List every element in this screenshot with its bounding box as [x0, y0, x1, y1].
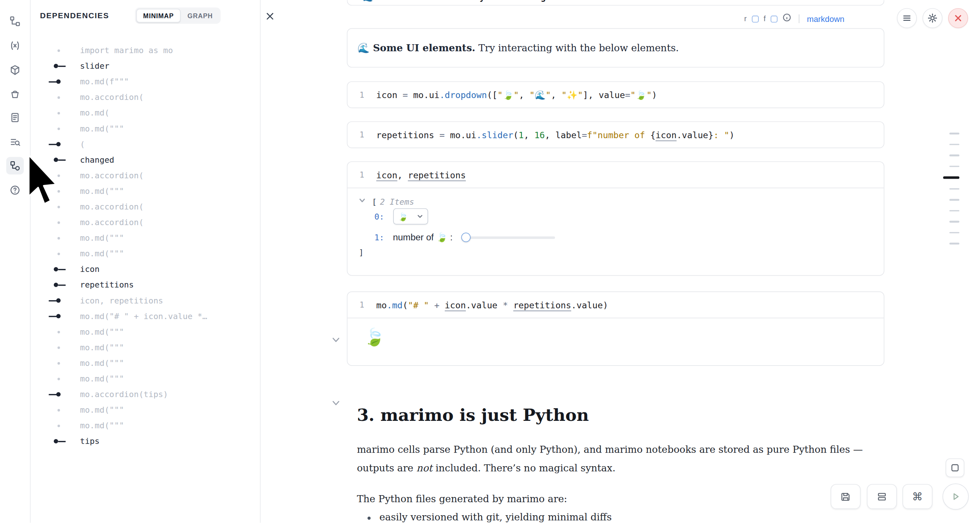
- leaf-output: 🍃: [347, 318, 884, 347]
- checkbox-r[interactable]: [752, 15, 759, 22]
- code-line[interactable]: icon = mo.ui.dropdown(["🍃", "🌊", "✨"], v…: [376, 90, 657, 100]
- close-icon[interactable]: [265, 11, 276, 22]
- dependency-label: mo.md(""": [80, 124, 124, 133]
- toolbar-divider: [799, 14, 800, 23]
- dependency-row[interactable]: mo.md(""": [30, 324, 259, 340]
- minimap-cell-line[interactable]: [949, 221, 959, 222]
- rows-icon: [877, 491, 887, 501]
- shutdown-button[interactable]: [948, 8, 968, 28]
- tree-collapse-icon[interactable]: [359, 196, 369, 207]
- dependency-row[interactable]: icon: [30, 262, 259, 277]
- minimap-cell-line[interactable]: [949, 199, 959, 200]
- dependency-row[interactable]: mo.accordion(tips): [30, 387, 259, 402]
- code-cell-md[interactable]: 1 mo.md("# " + icon.value * repetitions.…: [347, 292, 884, 366]
- dependency-row[interactable]: mo.accordion(: [30, 167, 259, 183]
- dependency-row[interactable]: mo.md(""": [30, 355, 259, 371]
- panel-toggle-button[interactable]: [945, 458, 964, 477]
- layout-button[interactable]: [867, 484, 897, 509]
- dependency-row[interactable]: mo.md(""": [30, 402, 259, 418]
- dependency-row[interactable]: mo.md(: [30, 105, 259, 121]
- dependency-row[interactable]: mo.accordion(: [30, 89, 259, 105]
- save-icon: [841, 491, 851, 501]
- dependencies-icon[interactable]: [6, 157, 24, 175]
- code-cell-slider[interactable]: 1 repetitions = mo.ui.slider(1, 16, labe…: [347, 121, 884, 148]
- menu-button[interactable]: [897, 8, 917, 28]
- checkbox-f[interactable]: [771, 15, 778, 22]
- dependency-row[interactable]: mo.md(""": [30, 246, 259, 262]
- clipped-markdown-editor[interactable]: 🌊 Some UI elements. Try interacting with…: [347, 0, 884, 6]
- save-button[interactable]: [831, 484, 861, 509]
- scratchpad-icon[interactable]: [6, 109, 24, 126]
- minimap-cell-line[interactable]: [949, 155, 959, 156]
- code-cell-dropdown[interactable]: 1 icon = mo.ui.dropdown(["🍃", "🌊", "✨"],…: [347, 81, 884, 108]
- cell-collapse-icon[interactable]: [331, 335, 341, 345]
- slider-label: number of 🍃 :: [393, 232, 452, 243]
- run-all-button[interactable]: [942, 483, 969, 510]
- dependency-row[interactable]: mo.md(""": [30, 121, 259, 136]
- info-icon[interactable]: [783, 13, 791, 24]
- tab-graph[interactable]: GRAPH: [181, 9, 220, 23]
- minimap-cell-line[interactable]: [949, 232, 959, 233]
- minimap-cell-line[interactable]: [949, 132, 959, 134]
- dependency-row[interactable]: tips: [30, 434, 259, 449]
- repetitions-slider[interactable]: [461, 232, 555, 242]
- dependency-label: mo.md(""": [80, 359, 124, 368]
- command-icon: ⌘: [912, 490, 923, 503]
- dependency-row[interactable]: mo.md(""": [30, 230, 259, 246]
- logs-icon[interactable]: [6, 133, 24, 151]
- code-line[interactable]: icon, repetitions: [376, 170, 466, 180]
- settings-button[interactable]: [923, 8, 942, 28]
- tree-output: [ 2 Items 0: 🍃 1: number of 🍃 : ]: [347, 188, 884, 275]
- dependency-label: mo.md(""": [80, 233, 124, 242]
- minimap-cell-line[interactable]: [943, 177, 959, 179]
- dependency-row[interactable]: changed: [30, 152, 259, 167]
- dependency-row[interactable]: slider: [30, 58, 259, 74]
- section-collapse-icon[interactable]: [331, 398, 341, 408]
- hamburger-icon: [902, 14, 911, 23]
- markdown-output-cell: 🌊 Some UI elements. Try interacting with…: [347, 28, 884, 68]
- dependency-label: changed: [80, 155, 115, 164]
- cell-toolbar: r f markdown: [347, 11, 884, 26]
- variables-icon[interactable]: [6, 37, 24, 54]
- tree-close-bracket: ]: [359, 248, 363, 257]
- dependency-label: import marimo as mo: [80, 46, 173, 55]
- output-rest-text: Try interacting with the below elements.: [475, 42, 679, 54]
- keyboard-shortcuts-button[interactable]: ⌘: [902, 484, 932, 509]
- minimap-cell-line[interactable]: [949, 144, 959, 145]
- minimap-cell-line[interactable]: [949, 242, 959, 244]
- dependency-label: mo.md(""": [80, 343, 124, 352]
- section-heading: 3. marimo is just Python: [357, 406, 589, 425]
- cell-mode-label[interactable]: markdown: [807, 14, 845, 23]
- dependency-row[interactable]: mo.md(""": [30, 340, 259, 355]
- dependency-row[interactable]: mo.md(""": [30, 418, 259, 434]
- dependency-label: mo.accordion(tips): [80, 390, 168, 399]
- dependency-row[interactable]: mo.md(""": [30, 371, 259, 386]
- dependency-label: icon: [80, 265, 100, 274]
- data-sources-icon[interactable]: [6, 85, 24, 102]
- dependency-row[interactable]: import marimo as mo: [30, 42, 259, 58]
- code-line[interactable]: repetitions = mo.ui.slider(1, 16, label=…: [376, 130, 735, 140]
- minimap-cell-line[interactable]: [949, 188, 959, 190]
- slider-knob[interactable]: [461, 232, 471, 241]
- minimap-cell-line[interactable]: [949, 210, 959, 211]
- dependency-label: mo.accordion(: [80, 171, 144, 180]
- dependency-label: mo.md(""": [80, 327, 124, 336]
- code-cell-tuple[interactable]: 1 icon, repetitions [ 2 Items 0: 🍃 1: nu: [347, 161, 884, 276]
- dependency-row[interactable]: mo.md(f""": [30, 74, 259, 89]
- dependency-row[interactable]: mo.accordion(: [30, 199, 259, 214]
- dependency-row[interactable]: mo.accordion(: [30, 214, 259, 230]
- square-icon: [951, 464, 959, 472]
- minimap-cell-line[interactable]: [949, 165, 959, 167]
- tab-minimap[interactable]: MINIMAP: [136, 9, 181, 23]
- dependency-row[interactable]: mo.md(""": [30, 183, 259, 199]
- slider-track[interactable]: [465, 236, 555, 239]
- packages-icon[interactable]: [6, 61, 24, 79]
- dropdown-select[interactable]: 🍃: [393, 208, 428, 225]
- code-line[interactable]: mo.md("# " + icon.value * repetitions.va…: [376, 300, 608, 310]
- file-tree-icon[interactable]: [6, 13, 24, 30]
- dependency-row[interactable]: repetitions: [30, 277, 259, 293]
- dependency-row[interactable]: (: [30, 136, 259, 152]
- help-icon[interactable]: [6, 181, 24, 199]
- dependency-row[interactable]: mo.md("# " + icon.value *…: [30, 308, 259, 324]
- dependency-row[interactable]: icon, repetitions: [30, 293, 259, 308]
